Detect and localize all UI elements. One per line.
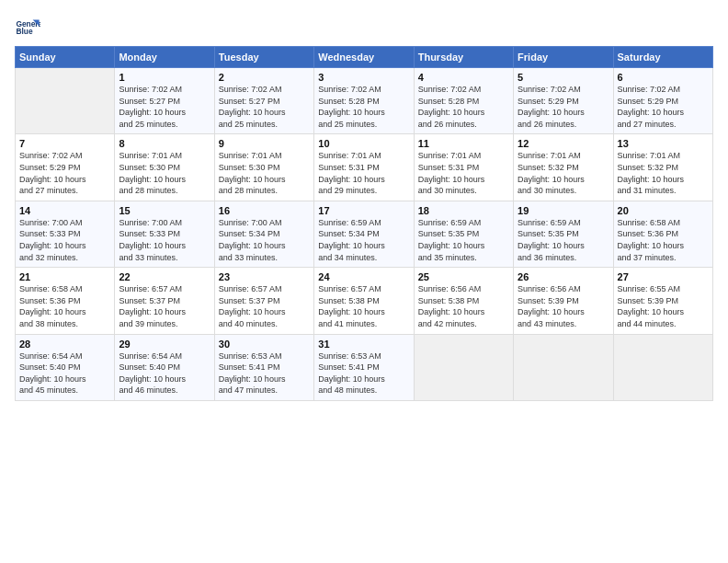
day-cell: 7Sunrise: 7:02 AMSunset: 5:29 PMDaylight… [16,134,115,201]
day-cell: 11Sunrise: 7:01 AMSunset: 5:31 PMDayligh… [414,134,513,201]
day-number: 3 [318,72,409,83]
day-cell [414,334,513,400]
day-cell: 3Sunrise: 7:02 AMSunset: 5:28 PMDaylight… [314,68,414,134]
day-cell: 27Sunrise: 6:55 AMSunset: 5:39 PMDayligh… [613,268,712,334]
day-info: Sunrise: 6:56 AMSunset: 5:39 PMDaylight:… [518,283,609,329]
day-cell: 20Sunrise: 6:58 AMSunset: 5:36 PMDayligh… [613,201,712,267]
day-info: Sunrise: 6:54 AMSunset: 5:40 PMDaylight:… [19,350,110,396]
calendar-header: SundayMondayTuesdayWednesdayThursdayFrid… [16,47,713,68]
day-info: Sunrise: 6:59 AMSunset: 5:34 PMDaylight:… [318,217,409,263]
day-number: 18 [418,205,509,216]
day-number: 9 [219,138,310,149]
day-info: Sunrise: 6:57 AMSunset: 5:38 PMDaylight:… [318,283,409,329]
logo-icon: General Blue [15,15,40,40]
day-number: 19 [518,205,609,216]
day-info: Sunrise: 7:00 AMSunset: 5:33 PMDaylight:… [119,217,210,263]
day-number: 24 [318,271,409,282]
week-row-5: 28Sunrise: 6:54 AMSunset: 5:40 PMDayligh… [16,334,713,400]
day-number: 6 [618,72,709,83]
day-number: 22 [119,271,210,282]
day-cell: 30Sunrise: 6:53 AMSunset: 5:41 PMDayligh… [214,334,313,400]
day-cell: 14Sunrise: 7:00 AMSunset: 5:33 PMDayligh… [16,201,115,267]
day-number: 17 [318,205,409,216]
day-number: 12 [518,138,609,149]
day-number: 20 [618,205,709,216]
week-row-1: 1Sunrise: 7:02 AMSunset: 5:27 PMDaylight… [16,68,713,134]
day-number: 1 [119,72,210,83]
day-number: 23 [219,271,310,282]
day-cell: 19Sunrise: 6:59 AMSunset: 5:35 PMDayligh… [514,201,613,267]
day-info: Sunrise: 7:02 AMSunset: 5:29 PMDaylight:… [618,84,709,130]
day-cell: 23Sunrise: 6:57 AMSunset: 5:37 PMDayligh… [214,268,313,334]
day-cell: 28Sunrise: 6:54 AMSunset: 5:40 PMDayligh… [16,334,115,400]
week-row-3: 14Sunrise: 7:00 AMSunset: 5:33 PMDayligh… [16,201,713,267]
day-info: Sunrise: 7:01 AMSunset: 5:30 PMDaylight:… [119,150,210,196]
day-info: Sunrise: 7:02 AMSunset: 5:29 PMDaylight:… [518,84,609,130]
day-info: Sunrise: 7:02 AMSunset: 5:27 PMDaylight:… [219,84,310,130]
day-cell: 12Sunrise: 7:01 AMSunset: 5:32 PMDayligh… [514,134,613,201]
day-number: 30 [219,339,310,350]
day-info: Sunrise: 7:00 AMSunset: 5:34 PMDaylight:… [219,217,310,263]
week-row-2: 7Sunrise: 7:02 AMSunset: 5:29 PMDaylight… [16,134,713,201]
day-info: Sunrise: 6:59 AMSunset: 5:35 PMDaylight:… [418,217,509,263]
day-cell: 18Sunrise: 6:59 AMSunset: 5:35 PMDayligh… [414,201,513,267]
day-number: 11 [418,138,509,149]
day-number: 25 [418,271,509,282]
day-cell: 17Sunrise: 6:59 AMSunset: 5:34 PMDayligh… [314,201,414,267]
calendar-body: 1Sunrise: 7:02 AMSunset: 5:27 PMDaylight… [16,68,713,401]
day-info: Sunrise: 7:01 AMSunset: 5:31 PMDaylight:… [418,150,509,196]
day-number: 13 [618,138,709,149]
day-number: 26 [518,271,609,282]
day-info: Sunrise: 7:01 AMSunset: 5:31 PMDaylight:… [318,150,409,196]
day-cell: 6Sunrise: 7:02 AMSunset: 5:29 PMDaylight… [613,68,712,134]
day-cell [16,68,115,134]
day-cell: 31Sunrise: 6:53 AMSunset: 5:41 PMDayligh… [314,334,414,400]
page: General Blue SundayMondayTuesdayWednesda… [0,0,728,563]
day-number: 5 [518,72,609,83]
day-cell: 21Sunrise: 6:58 AMSunset: 5:36 PMDayligh… [16,268,115,334]
weekday-row: SundayMondayTuesdayWednesdayThursdayFrid… [16,47,713,68]
weekday-header-saturday: Saturday [613,47,712,68]
logo: General Blue [15,15,44,40]
day-number: 14 [19,205,110,216]
day-cell: 9Sunrise: 7:01 AMSunset: 5:30 PMDaylight… [214,134,313,201]
weekday-header-sunday: Sunday [16,47,115,68]
day-info: Sunrise: 6:53 AMSunset: 5:41 PMDaylight:… [318,350,409,396]
weekday-header-thursday: Thursday [414,47,513,68]
day-info: Sunrise: 7:00 AMSunset: 5:33 PMDaylight:… [19,217,110,263]
day-info: Sunrise: 6:56 AMSunset: 5:38 PMDaylight:… [418,283,509,329]
day-info: Sunrise: 7:02 AMSunset: 5:28 PMDaylight:… [318,84,409,130]
day-number: 4 [418,72,509,83]
day-info: Sunrise: 6:55 AMSunset: 5:39 PMDaylight:… [618,283,709,329]
day-number: 27 [618,271,709,282]
day-info: Sunrise: 6:57 AMSunset: 5:37 PMDaylight:… [119,283,210,329]
weekday-header-monday: Monday [115,47,214,68]
day-info: Sunrise: 6:53 AMSunset: 5:41 PMDaylight:… [219,350,310,396]
day-info: Sunrise: 7:02 AMSunset: 5:27 PMDaylight:… [119,84,210,130]
day-number: 2 [219,72,310,83]
day-cell [514,334,613,400]
day-number: 10 [318,138,409,149]
day-info: Sunrise: 6:59 AMSunset: 5:35 PMDaylight:… [518,217,609,263]
day-info: Sunrise: 6:58 AMSunset: 5:36 PMDaylight:… [19,283,110,329]
calendar-table: SundayMondayTuesdayWednesdayThursdayFrid… [15,46,713,401]
day-number: 28 [19,339,110,350]
day-cell: 13Sunrise: 7:01 AMSunset: 5:32 PMDayligh… [613,134,712,201]
day-number: 21 [19,271,110,282]
day-cell: 1Sunrise: 7:02 AMSunset: 5:27 PMDaylight… [115,68,214,134]
weekday-header-tuesday: Tuesday [214,47,313,68]
day-cell: 5Sunrise: 7:02 AMSunset: 5:29 PMDaylight… [514,68,613,134]
weekday-header-wednesday: Wednesday [314,47,414,68]
day-cell: 4Sunrise: 7:02 AMSunset: 5:28 PMDaylight… [414,68,513,134]
svg-text:Blue: Blue [16,27,32,36]
day-cell: 24Sunrise: 6:57 AMSunset: 5:38 PMDayligh… [314,268,414,334]
day-number: 16 [219,205,310,216]
day-info: Sunrise: 6:54 AMSunset: 5:40 PMDaylight:… [119,350,210,396]
day-number: 29 [119,339,210,350]
day-cell [613,334,712,400]
day-number: 8 [119,138,210,149]
day-info: Sunrise: 6:57 AMSunset: 5:37 PMDaylight:… [219,283,310,329]
day-cell: 10Sunrise: 7:01 AMSunset: 5:31 PMDayligh… [314,134,414,201]
day-info: Sunrise: 7:02 AMSunset: 5:28 PMDaylight:… [418,84,509,130]
day-cell: 25Sunrise: 6:56 AMSunset: 5:38 PMDayligh… [414,268,513,334]
